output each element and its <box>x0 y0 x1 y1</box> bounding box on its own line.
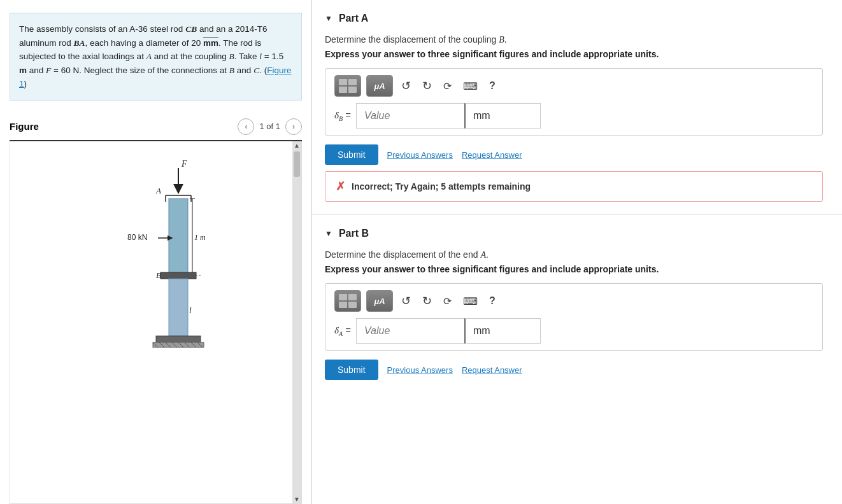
part-a-value-input[interactable] <box>356 103 464 129</box>
part-a-section: ▼ Part A Determine the displacement of t… <box>312 0 842 215</box>
part-a-layout-button[interactable] <box>334 75 361 97</box>
figure-prev-button[interactable]: ‹ <box>238 118 254 135</box>
part-b-description: Determine the displacement of the end A. <box>325 249 823 260</box>
svg-text:80 kN: 80 kN <box>127 233 147 242</box>
figure-count: 1 of 1 <box>259 122 280 131</box>
part-b-section: ▼ Part B Determine the displacement of t… <box>312 215 842 399</box>
svg-rect-35 <box>339 302 347 308</box>
part-b-refresh-button[interactable]: ⟳ <box>440 294 455 309</box>
figure-area: F A 80 kN 1 m <box>10 141 302 504</box>
svg-text:l: l <box>189 305 192 315</box>
part-a-submit-button[interactable]: Submit <box>325 144 378 165</box>
part-a-error-text: Incorrect; Try Again; 5 attempts remaini… <box>352 181 531 192</box>
figure-scrollbar[interactable]: ▲ ▼ <box>292 141 301 503</box>
svg-rect-31 <box>339 87 347 93</box>
svg-rect-34 <box>348 294 357 300</box>
part-b-submit-button[interactable]: Submit <box>325 360 378 380</box>
scroll-thumb[interactable] <box>294 151 300 177</box>
part-a-answer-box: μA ↺ ↻ ⟳ ⌨ ? δB = mm <box>325 68 823 136</box>
part-a-mu-button[interactable]: μA <box>366 75 393 97</box>
part-a-undo-button[interactable]: ↺ <box>398 78 414 94</box>
svg-text:F: F <box>181 159 187 169</box>
part-a-unit-display: mm <box>464 103 541 129</box>
part-a-redo-button[interactable]: ↻ <box>419 78 435 94</box>
part-b-label: Part B <box>339 228 369 239</box>
part-a-actions: Submit Previous Answers Request Answer <box>325 144 823 165</box>
part-a-instruction: Express your answer to three significant… <box>325 49 823 59</box>
part-b-mu-button[interactable]: μA <box>366 290 393 312</box>
part-b-redo-button[interactable]: ↻ <box>419 293 435 309</box>
part-b-previous-answers-button[interactable]: Previous Answers <box>387 365 453 375</box>
part-a-input-row: δB = mm <box>334 103 813 129</box>
part-b-input-row: δA = mm <box>334 318 813 344</box>
svg-rect-32 <box>348 87 357 93</box>
svg-rect-16 <box>169 279 188 336</box>
part-b-collapse-icon[interactable]: ▼ <box>325 229 332 238</box>
part-a-toolbar: μA ↺ ↻ ⟳ ⌨ ? <box>334 75 813 97</box>
figure-title: Figure <box>10 121 39 132</box>
part-b-undo-button[interactable]: ↺ <box>398 293 414 309</box>
problem-text: The assembly consists of an A-36 steel r… <box>10 13 302 101</box>
figure-nav: ‹ 1 of 1 › <box>238 118 302 135</box>
svg-rect-30 <box>348 79 357 85</box>
figure-svg: F A 80 kN 1 m <box>64 148 255 364</box>
part-b-instruction: Express your answer to three significant… <box>325 264 823 274</box>
svg-text:A: A <box>155 186 161 195</box>
svg-rect-36 <box>348 302 357 308</box>
part-a-error-box: ✗ Incorrect; Try Again; 5 attempts remai… <box>325 171 823 202</box>
svg-rect-20 <box>153 342 204 347</box>
part-a-keyboard-button[interactable]: ⌨ <box>460 79 481 94</box>
part-a-collapse-icon[interactable]: ▼ <box>325 14 332 23</box>
part-b-unit-display: mm <box>464 318 541 344</box>
part-b-actions: Submit Previous Answers Request Answer <box>325 360 823 380</box>
part-a-previous-answers-button[interactable]: Previous Answers <box>387 150 453 160</box>
part-b-value-input[interactable] <box>356 318 464 344</box>
part-b-layout-button[interactable] <box>334 290 361 312</box>
part-a-header: ▼ Part A <box>325 13 823 24</box>
scroll-up-button[interactable]: ▲ <box>292 141 301 150</box>
figure-svg-container: F A 80 kN 1 m <box>10 141 301 503</box>
svg-rect-33 <box>339 294 347 300</box>
part-a-description: Determine the displacement of the coupli… <box>325 34 823 45</box>
error-icon: ✗ <box>336 179 345 193</box>
right-panel: ▼ Part A Determine the displacement of t… <box>312 0 842 504</box>
figure-next-button[interactable]: › <box>285 118 302 135</box>
part-a-delta-label: δB = <box>334 109 351 122</box>
figure-header: Figure ‹ 1 of 1 › <box>0 113 311 140</box>
part-a-request-answer-button[interactable]: Request Answer <box>462 150 522 160</box>
part-b-header: ▼ Part B <box>325 228 823 239</box>
part-a-refresh-button[interactable]: ⟳ <box>440 79 455 94</box>
svg-text:1 m: 1 m <box>194 233 206 242</box>
svg-rect-19 <box>156 336 201 342</box>
left-panel: The assembly consists of an A-36 steel r… <box>0 0 312 504</box>
part-b-delta-label: δA = <box>334 325 351 337</box>
part-b-request-answer-button[interactable]: Request Answer <box>462 365 522 375</box>
part-b-keyboard-button[interactable]: ⌨ <box>460 294 481 309</box>
svg-rect-6 <box>169 199 188 275</box>
scroll-down-button[interactable]: ▼ <box>292 494 301 503</box>
part-a-label: Part A <box>339 13 369 24</box>
part-b-toolbar: μA ↺ ↻ ⟳ ⌨ ? <box>334 290 813 312</box>
part-b-help-button[interactable]: ? <box>486 294 499 308</box>
part-b-answer-box: μA ↺ ↻ ⟳ ⌨ ? δA = mm <box>325 283 823 351</box>
part-a-help-button[interactable]: ? <box>486 79 499 93</box>
svg-rect-29 <box>339 79 347 85</box>
